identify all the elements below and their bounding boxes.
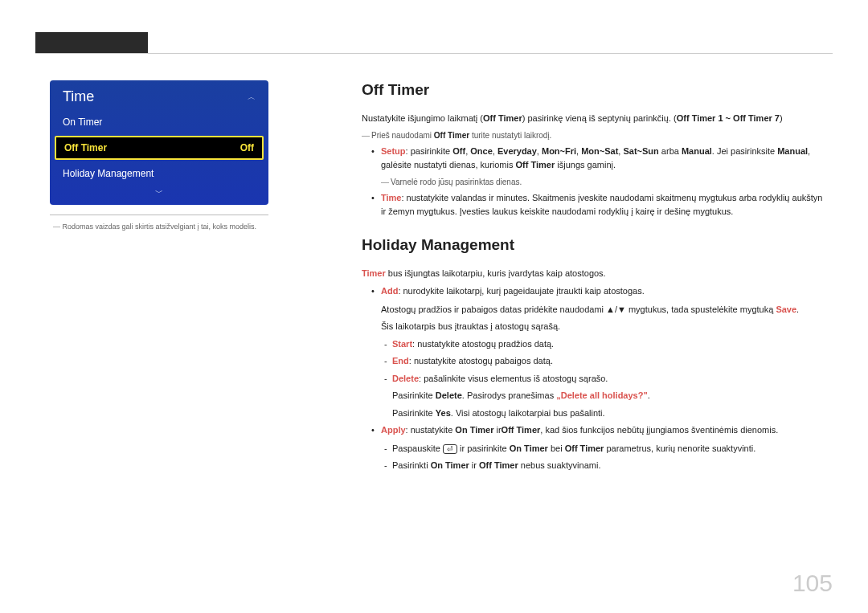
menu-title: Time xyxy=(63,88,94,105)
add-sub1: Atostogų pradžios ir pabaigos datas prid… xyxy=(362,303,828,317)
add-bullet: Add: nurodykite laikotarpį, kurį pageida… xyxy=(362,284,828,298)
menu-item-holiday[interactable]: Holiday Management xyxy=(50,161,268,186)
chevron-down-icon[interactable]: ﹀ xyxy=(50,186,268,200)
menu-item-on-timer[interactable]: On Timer xyxy=(50,110,268,134)
time-menu: Time ︿ On Timer Off Timer Off Holiday Ma… xyxy=(50,80,268,205)
divider xyxy=(50,215,268,215)
start-item: Start: nustatykite atostogų pradžios dat… xyxy=(362,337,828,351)
check-note: Varnelė rodo jūsų pasirinktas dienas. xyxy=(381,176,828,188)
end-item: End: nustatykite atostogų pabaigos datą. xyxy=(362,354,828,368)
apply-sub1: Paspauskite ⏎ ir pasirinkite On Timer be… xyxy=(362,442,828,456)
add-sub2: Šis laikotarpis bus įtrauktas į atostogų… xyxy=(362,320,828,333)
page-number: 105 xyxy=(792,570,833,597)
main-content: Off Timer Nustatykite išjungimo laikmatį… xyxy=(362,79,828,476)
sidebar-note: Rodomas vaizdas gali skirtis atsižvelgia… xyxy=(50,222,268,232)
setup-bullet: Setup: pasirinkite Off, Once, Everyday, … xyxy=(362,145,828,171)
apply-bullet: Apply: nustatykite On Timer irOff Timer,… xyxy=(362,423,828,437)
delete-item: Delete: pašalinkite visus elementus iš a… xyxy=(362,372,828,386)
delete-confirm: Pasirinkite Delete. Pasirodys pranešimas… xyxy=(362,389,828,403)
menu-title-row: Time ︿ xyxy=(50,80,268,110)
prereq-note: Prieš naudodami Off Timer turite nustaty… xyxy=(362,129,828,141)
menu-item-label: Off Timer xyxy=(64,142,107,153)
menu-item-off-timer[interactable]: Off Timer Off xyxy=(55,136,264,160)
off-timer-desc: Nustatykite išjungimo laikmatį (Off Time… xyxy=(362,112,828,125)
header-rule xyxy=(35,53,833,54)
off-timer-heading: Off Timer xyxy=(362,79,828,102)
apply-sub2: Pasirinkti On Timer ir Off Timer nebus s… xyxy=(362,459,828,472)
chevron-up-icon[interactable]: ︿ xyxy=(248,92,256,103)
header-accent xyxy=(35,32,148,53)
holiday-desc: Timer bus išjungtas laikotarpiu, kuris į… xyxy=(362,267,828,280)
menu-item-value: Off xyxy=(240,142,254,153)
time-bullet: Time: nustatykite valandas ir minutes. S… xyxy=(362,191,828,218)
holiday-heading: Holiday Management xyxy=(362,234,828,257)
sidebar: Time ︿ On Timer Off Timer Off Holiday Ma… xyxy=(50,80,268,232)
delete-yes: Pasirinkite Yes. Visi atostogų laikotarp… xyxy=(362,407,828,420)
enter-icon: ⏎ xyxy=(443,444,457,454)
